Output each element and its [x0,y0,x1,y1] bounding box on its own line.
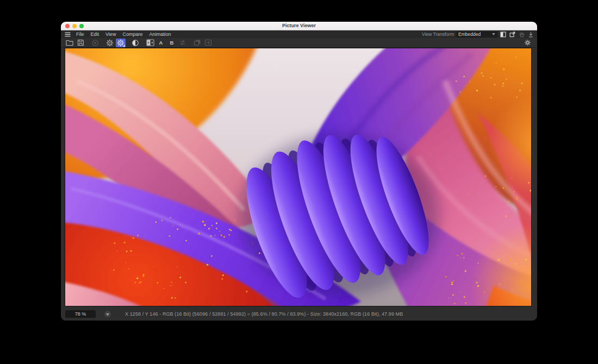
copy-icon [194,39,201,46]
hamburger-menu-button[interactable] [64,32,73,37]
menu-bar: File Edit View Compare Animation View Tr… [61,30,537,38]
viewport-frame [61,48,537,307]
split-square-icon [500,32,506,37]
zoom-preset-dropdown[interactable] [104,311,111,317]
rendered-image [65,48,531,306]
pixel-info-readout: X 1258 / Y 146 - RGB (16 Bit) (56096 / 5… [125,311,403,317]
popout-icon [509,32,515,37]
cancel-circle-icon [91,39,99,47]
display-settings-button[interactable] [116,39,126,47]
window-title: Picture Viewer [61,22,537,30]
view-transform-dropdown[interactable]: Embedded [456,32,497,37]
view-transform-label: View Transform [422,32,454,37]
pan-tool-button[interactable] [518,31,525,37]
hand-icon [519,32,525,37]
picture-viewer-window: Picture Viewer File Edit View Compare An… [61,22,537,321]
chevron-down-icon [492,33,495,35]
stop-render-button[interactable] [90,39,100,47]
maximize-button[interactable] [79,24,84,28]
filter-settings-button[interactable] [522,39,532,47]
render-settings-button[interactable] [105,39,115,47]
image-canvas[interactable] [65,48,532,306]
compare-mode-button[interactable] [130,39,140,47]
filter-gear-icon [524,39,531,46]
set-image-b-button[interactable]: B [167,39,177,47]
swap-arrows-icon [179,39,186,46]
save-image-button[interactable] [76,39,85,47]
hamburger-icon [65,32,71,37]
menu-view[interactable]: View [102,32,119,37]
open-image-button[interactable] [65,39,74,47]
arrow-box-icon [204,39,212,46]
desktop-background: Picture Viewer File Edit View Compare An… [0,0,598,364]
contrast-icon [132,39,139,47]
copy-image-button[interactable] [192,39,202,47]
chevron-down-icon [106,313,109,316]
traffic-lights [65,24,84,28]
popout-window-button[interactable] [509,31,516,37]
swap-ab-button[interactable] [178,39,188,47]
gear-x-icon [106,39,114,47]
view-transform-value: Embedded [458,32,481,37]
dock-button[interactable] [527,31,534,37]
dock-arrow-down-icon [528,32,534,37]
menu-file[interactable]: File [73,32,88,37]
menu-edit[interactable]: Edit [88,32,103,37]
menu-compare[interactable]: Compare [119,32,146,37]
folder-icon [66,39,73,46]
b-label: B [170,40,174,46]
zoom-level-input[interactable]: 78 % [65,310,96,318]
save-icon [77,39,84,46]
gear-icon [117,39,124,47]
toolbar: A B [61,38,537,48]
close-button[interactable] [65,24,70,28]
menu-animation[interactable]: Animation [146,32,174,37]
a-label: A [159,40,163,46]
split-compare-button[interactable] [500,31,507,37]
minimize-button[interactable] [72,24,77,28]
send-image-button[interactable] [203,39,213,47]
status-bar: 78 % X 1258 / Y 146 - RGB (16 Bit) (5609… [61,307,537,321]
ab-split-icon [146,39,154,46]
set-image-a-button[interactable]: A [156,39,166,47]
ab-compare-button[interactable] [145,39,155,47]
titlebar: Picture Viewer [61,22,537,30]
